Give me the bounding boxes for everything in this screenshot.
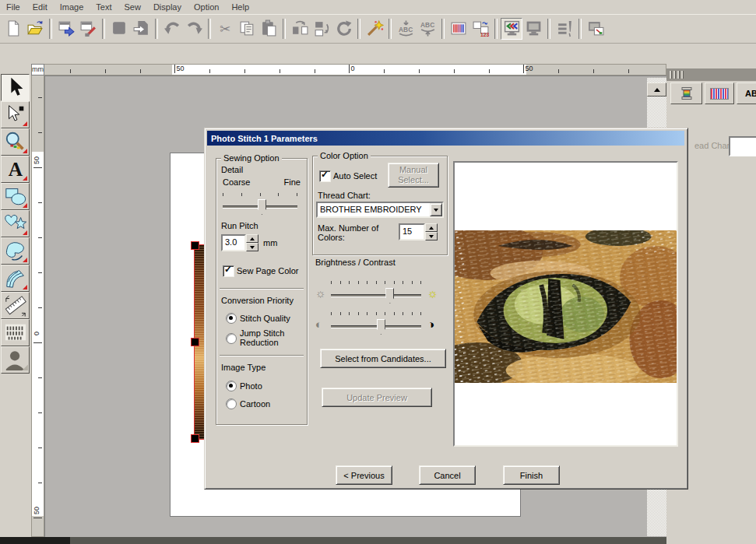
text-fit-up-icon: ABC (419, 19, 437, 39)
tool-text-button[interactable]: A (1, 156, 30, 183)
toolbar-paste-button[interactable] (258, 18, 280, 40)
toolbar-new-document-button[interactable] (2, 18, 24, 40)
cartoon-radio[interactable] (226, 398, 237, 409)
menu-file[interactable]: File (0, 1, 26, 13)
menu-sew[interactable]: Sew (118, 1, 146, 13)
toolbar-export-design-button[interactable] (130, 18, 152, 40)
stitch-quality-radio[interactable] (226, 313, 237, 324)
toolbar-sewing-order-button[interactable]: 123 (469, 18, 491, 40)
menu-edit[interactable]: Edit (26, 1, 54, 13)
jump-stitch-radio[interactable] (226, 333, 237, 344)
stitch-preview-panel (453, 161, 678, 447)
toolbar-text-fit-up-button[interactable]: ABC (417, 18, 438, 40)
tool-measure-button[interactable] (1, 292, 30, 319)
ruler-tick (280, 69, 280, 73)
previous-button[interactable]: < Previous (336, 465, 392, 485)
finish-button[interactable]: Finish (503, 465, 560, 485)
thread-chart-dropdown[interactable] (729, 136, 756, 156)
thread-chart-value: BROTHER EMBROIDERY (320, 205, 422, 214)
toolbar-stitch-simulator-button[interactable] (554, 18, 575, 40)
contrast-slider-thumb[interactable] (377, 319, 385, 335)
update-preview-button[interactable]: Update Preview (322, 388, 432, 407)
contrast-slider[interactable] (331, 312, 421, 334)
dialog-title-bar[interactable]: Photo Stitch 1 Parameters (207, 131, 684, 146)
ruler-tick (349, 65, 350, 73)
contrast-slider-ticks (331, 312, 421, 315)
sew-page-color-checkbox[interactable]: ✓ (223, 265, 234, 277)
toolbar-realistic-view-button[interactable] (501, 18, 522, 40)
scroll-up-button[interactable] (647, 82, 666, 97)
measure-icon (3, 293, 28, 318)
tool-select-button[interactable] (1, 74, 30, 101)
select-from-candidates-button[interactable]: Select from Candidates... (320, 349, 446, 368)
menu-display[interactable]: Display (147, 1, 188, 13)
cancel-button[interactable]: Cancel (419, 465, 476, 485)
menu-option[interactable]: Option (188, 1, 225, 13)
toolbar-open-file-button[interactable] (24, 18, 46, 40)
toolbar-solid-view-button[interactable] (522, 18, 544, 40)
thread-chart-icon (450, 19, 468, 39)
tab-color-chart[interactable] (705, 82, 734, 104)
detail-slider-thumb[interactable] (258, 199, 266, 215)
toolbar-thread-chart-button[interactable] (448, 18, 469, 40)
ruler-tick (454, 69, 455, 73)
thread-chart-dropdown[interactable]: BROTHER EMBROIDERY (316, 202, 444, 218)
menu-help[interactable]: Help (225, 1, 255, 13)
max-colors-value[interactable]: 15 (399, 223, 425, 240)
toolbar-text-fit-down-button[interactable]: ABC (395, 18, 417, 40)
toolbar-copy-button[interactable] (236, 18, 258, 40)
toolbar-flip-vertical-button[interactable] (311, 18, 332, 40)
max-colors-label: Max. Number of Colors: (318, 223, 396, 242)
toolbar-image-to-stitch-button[interactable] (77, 18, 99, 40)
tool-manual-punch-button[interactable] (1, 319, 30, 346)
jump-stitch-label: Jump Stitch Reduction (240, 328, 296, 347)
svg-text:123: 123 (480, 32, 489, 37)
toolbar-import-image-button[interactable] (55, 18, 77, 40)
image-type-label: Image Type (221, 363, 265, 372)
coarse-label: Coarse (223, 177, 250, 187)
run-pitch-value[interactable]: 3.0 (221, 234, 246, 251)
auto-select-checkbox[interactable]: ✓ (319, 170, 331, 182)
toolbar-undo-button[interactable] (161, 18, 183, 40)
menu-image[interactable]: Image (54, 1, 90, 13)
tool-point-edit-button[interactable] (1, 101, 30, 128)
selection-handle-middle[interactable] (191, 338, 199, 346)
tool-freehand-button[interactable] (1, 237, 30, 265)
photo-radio[interactable] (226, 381, 237, 391)
tab-text[interactable]: ABC (737, 82, 756, 104)
photo-stitch-icon (3, 348, 28, 373)
toolbar-flip-horizontal-button[interactable] (289, 18, 311, 40)
grip-line (681, 71, 684, 79)
manual-select-button[interactable]: Manual Select... (388, 163, 439, 188)
dropdown-arrow-button[interactable] (430, 203, 442, 216)
toolbar-redo-button[interactable] (183, 18, 205, 40)
star-heart-icon (3, 212, 28, 237)
max-colors-down-button[interactable] (425, 232, 438, 240)
realistic-view-icon (503, 19, 521, 39)
brightness-slider-thumb[interactable] (385, 288, 394, 304)
toolbar-rotate-button[interactable] (332, 18, 354, 40)
tool-fan-stitch-button[interactable] (1, 265, 30, 292)
tab-thread-color[interactable] (670, 82, 702, 104)
selection-handle-top[interactable] (191, 241, 199, 250)
tool-shapes-button[interactable] (1, 183, 30, 210)
toolbar-design-page-button[interactable] (108, 18, 130, 40)
tool-photo-stitch-button[interactable] (1, 346, 30, 374)
toolbar-reference-window-button[interactable] (585, 18, 607, 40)
selection-handle-bottom[interactable] (191, 434, 199, 443)
conversion-priority-label: Conversion Priority (221, 296, 294, 305)
toolbar-cut-button[interactable]: ✂ (214, 18, 236, 40)
menu-text[interactable]: Text (90, 1, 118, 13)
run-pitch-down-button[interactable] (246, 243, 258, 251)
tool-star-heart-button[interactable] (1, 210, 30, 237)
panel-grip-bar[interactable] (666, 68, 756, 81)
undo-icon (164, 19, 181, 39)
brightness-slider[interactable] (331, 281, 421, 303)
toolbar-magic-wand-button[interactable] (364, 18, 385, 40)
run-pitch-up-button[interactable] (246, 234, 258, 243)
design-page-icon (111, 19, 128, 39)
tool-zoom-button[interactable] (1, 128, 30, 156)
max-colors-up-button[interactable] (425, 223, 438, 232)
ruler-tick (384, 69, 385, 73)
detail-slider[interactable] (223, 193, 297, 213)
